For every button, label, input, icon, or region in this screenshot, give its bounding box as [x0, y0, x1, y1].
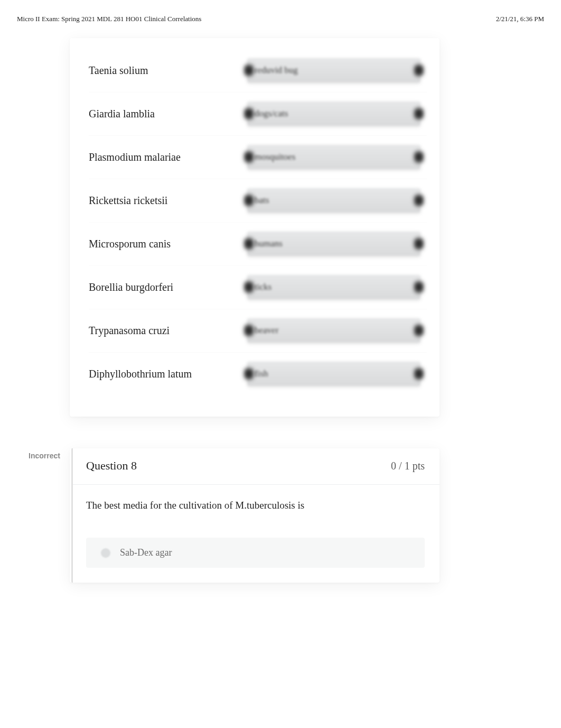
match-answer-dropdown[interactable]: humans [247, 232, 420, 256]
drag-handle-icon [414, 278, 424, 296]
header-left: Micro II Exam: Spring 2021 MDL 281 HO01 … [17, 15, 201, 23]
match-row: Taenia solium reduvid bug [70, 49, 440, 92]
drag-handle-icon [414, 191, 424, 209]
match-row: Diphyllobothrium latum fish [70, 352, 440, 395]
match-answer-dropdown[interactable]: reduvid bug [247, 58, 420, 82]
match-row: Plasmodium malariae mosquitoes [70, 135, 440, 179]
drag-handle-icon [414, 321, 424, 339]
match-term: Plasmodium malariae [89, 151, 247, 163]
match-answer-text: ticks [255, 282, 272, 292]
drag-handle-icon [414, 61, 424, 79]
match-term: Borellia burgdorferi [89, 281, 247, 293]
drag-handle-icon [244, 321, 254, 339]
drag-handle-icon [244, 61, 254, 79]
match-answer-text: humans [255, 238, 283, 249]
match-row: Trypanasoma cruzi beaver [70, 309, 440, 352]
match-term: Trypanasoma cruzi [89, 325, 247, 337]
question-card: Question 8 0 / 1 pts The best media for … [70, 448, 440, 583]
match-row: Rickettsia ricketsii bats [70, 179, 440, 222]
question-status-label: Incorrect [17, 448, 70, 460]
drag-handle-icon [244, 278, 254, 296]
page-header: Micro II Exam: Spring 2021 MDL 281 HO01 … [17, 15, 544, 23]
match-term: Rickettsia ricketsii [89, 195, 247, 207]
drag-handle-icon [414, 365, 424, 383]
match-row: Giardia lamblia dogs/cats [70, 92, 440, 135]
drag-handle-icon [244, 365, 254, 383]
question-prompt: The best media for the cultivation of M.… [71, 485, 440, 526]
question-title: Question 8 [86, 459, 137, 473]
header-right: 2/21/21, 6:36 PM [496, 15, 544, 23]
match-answer-dropdown[interactable]: bats [247, 188, 420, 213]
match-row: Microsporum canis humans [70, 222, 440, 265]
drag-handle-icon [414, 235, 424, 253]
match-answer-text: bats [255, 195, 269, 206]
match-term: Diphyllobothrium latum [89, 368, 247, 380]
radio-icon [101, 548, 110, 558]
match-term: Giardia lamblia [89, 108, 247, 120]
drag-handle-icon [244, 191, 254, 209]
match-answer-text: mosquitoes [255, 152, 295, 162]
match-answer-text: dogs/cats [255, 108, 288, 119]
matching-card: Taenia solium reduvid bug Giardia lambli… [70, 38, 440, 417]
drag-handle-icon [244, 105, 254, 123]
match-answer-dropdown[interactable]: fish [247, 362, 420, 386]
match-term: Microsporum canis [89, 238, 247, 250]
match-answer-dropdown[interactable]: dogs/cats [247, 102, 420, 126]
match-answer-dropdown[interactable]: mosquitoes [247, 145, 420, 169]
match-answer-text: beaver [255, 325, 278, 336]
drag-handle-icon [414, 148, 424, 166]
match-answer-text: fish [255, 368, 268, 379]
question-points: 0 / 1 pts [391, 460, 425, 472]
answer-option-text: Sab-Dex agar [120, 547, 172, 558]
drag-handle-icon [244, 148, 254, 166]
match-answer-dropdown[interactable]: beaver [247, 318, 420, 343]
answer-option[interactable]: Sab-Dex agar [86, 538, 425, 568]
match-answer-text: reduvid bug [255, 65, 298, 76]
match-answer-dropdown[interactable]: ticks [247, 275, 420, 299]
match-row: Borellia burgdorferi ticks [70, 265, 440, 309]
match-term: Taenia solium [89, 64, 247, 77]
drag-handle-icon [244, 235, 254, 253]
drag-handle-icon [414, 105, 424, 123]
